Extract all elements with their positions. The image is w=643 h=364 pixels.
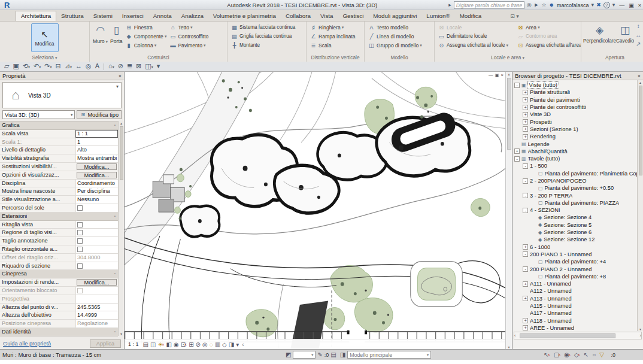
filter-icon[interactable]: ▽ <box>599 350 604 359</box>
user-name[interactable]: marcofalasca <box>557 2 589 8</box>
property-value[interactable] <box>75 245 118 253</box>
tree-item[interactable]: ▥ Tavole (tutto) <box>512 155 643 162</box>
tree-expander-icon[interactable] <box>523 208 528 213</box>
property-row[interactable]: Offset del ritaglio oriz... 304.8000 <box>0 254 118 262</box>
tree-item[interactable]: Sezioni (Sezione 1) <box>512 126 643 133</box>
modifica-button[interactable]: ↖ Modifica <box>31 23 59 52</box>
property-row[interactable]: Altezza del punto di v... 245.5365 <box>0 304 118 312</box>
tree-expander-icon[interactable] <box>523 126 528 132</box>
tree-item[interactable]: Piante dei pavimenti <box>512 96 643 104</box>
scroll-down-icon[interactable]: ▾ <box>639 327 641 331</box>
tree-item-label[interactable]: A115 - Unnamed <box>530 303 572 309</box>
property-row[interactable]: Regione di taglio visi... <box>0 229 118 237</box>
search-expander-icon[interactable]: ▸ <box>448 1 451 10</box>
browser-vertical-scrollbar[interactable]: ▴ ▾ <box>637 80 643 331</box>
shadows-icon[interactable]: ◧ <box>166 340 171 349</box>
linea-modello-button[interactable]: ╱Linea di modello <box>368 32 422 41</box>
tree-item[interactable]: 2 - 200PIANOIPOGEO <box>512 177 643 184</box>
apertura-inclinata-button[interactable]: ↗ <box>635 41 641 50</box>
muro-button[interactable]: ◠ Muro <box>93 23 108 44</box>
tree-item[interactable]: 200 PIANO 2 - Unnamed <box>512 265 643 272</box>
view-options-icon[interactable]: ▾ <box>236 340 239 349</box>
tree-item-label[interactable]: Abachi/Quantità <box>528 148 568 154</box>
tree-item-label[interactable]: A113 - Unnamed <box>530 296 572 302</box>
scroll-left-icon[interactable]: ‹ <box>514 333 516 338</box>
help-icon[interactable]: ? <box>603 2 610 8</box>
tree-item-label[interactable]: 2 - 200PIANOIPOGEO <box>530 178 587 184</box>
scroll-thumb[interactable] <box>507 78 511 150</box>
tree-item[interactable]: Rendering <box>512 133 643 140</box>
tree-item-label[interactable]: Pianta del pavimento: +0.50 <box>545 185 614 191</box>
render-dialog-icon[interactable]: ◉ <box>174 340 179 349</box>
tree-item-label[interactable]: Pianta del pavimento: Planimetria Cop <box>545 171 639 177</box>
finestra-button[interactable]: ⊞Finestra <box>125 23 167 32</box>
active-workset-select[interactable]: ▾ <box>293 351 316 359</box>
tree-item-label[interactable]: Sezione: Sezione 4 <box>544 214 592 220</box>
property-value[interactable]: Modifica... <box>77 163 117 170</box>
apply-button[interactable]: Applica <box>90 339 121 348</box>
cavedio-button[interactable]: ◫ Cavedio <box>616 23 634 44</box>
tree-item-label[interactable]: Sezioni (Sezione 1) <box>530 126 578 132</box>
property-row[interactable]: Estensioni <box>0 213 118 221</box>
switch-windows-icon[interactable]: ◫▾ <box>145 62 153 72</box>
measure-icon[interactable]: ⊿▾ <box>65 62 72 72</box>
tree-item[interactable]: Piante dei controsoffitti <box>512 104 643 111</box>
scroll-down-icon[interactable]: ▾ <box>120 332 122 336</box>
montante-button[interactable]: ╋Montante <box>230 41 295 50</box>
tree-item-label[interactable]: 200 PIANO 2 - Unnamed <box>530 266 592 272</box>
scroll-thumb[interactable] <box>639 86 642 175</box>
default-3d-view-icon[interactable]: ⌂▾ <box>108 62 114 72</box>
tree-expander-icon[interactable] <box>523 325 528 330</box>
property-row[interactable]: Percorso del sole <box>0 204 118 213</box>
redo-icon[interactable]: ↷▾ <box>44 62 51 72</box>
ribbon-tab[interactable]: Modifica <box>455 11 486 21</box>
open-icon[interactable]: ▱ <box>4 62 9 72</box>
tree-item[interactable]: Viste 3D <box>512 111 643 118</box>
tree-item-label[interactable]: Legende <box>528 141 550 147</box>
testo-modello-button[interactable]: ATesto modello <box>368 23 422 32</box>
vcb-collapse-icon[interactable]: ‹ <box>242 341 244 348</box>
tetto-button[interactable]: ⌂Tetto <box>169 23 208 32</box>
displace-elements-icon[interactable]: ◇ <box>222 340 227 349</box>
tree-item[interactable]: A115 - Unnamed <box>512 302 643 310</box>
project-browser-close-icon[interactable]: × <box>638 73 641 79</box>
scroll-thumb[interactable] <box>120 126 123 180</box>
view-minimize-icon[interactable]: — <box>489 72 493 78</box>
tree-item-label[interactable]: Sezione: Sezione 12 <box>544 236 595 242</box>
property-value[interactable] <box>75 237 118 245</box>
property-row[interactable]: Prospettiva <box>0 295 118 304</box>
undo-icon[interactable]: ↶▾ <box>34 62 41 72</box>
gruppo-modello-button[interactable]: ◫Gruppo di modello <box>368 41 422 50</box>
property-row[interactable]: Altezza dell'obiettivo 14.4999 <box>0 311 118 320</box>
modifica-tipo-button[interactable]: ⊞ Modifica tipo <box>77 110 122 119</box>
delimitatore-locale-button[interactable]: ▭Delimitatore locale <box>438 32 514 41</box>
property-row[interactable]: Livello di dettaglio Alto <box>0 146 118 154</box>
tree-item-label[interactable]: 4 - SEZIONI <box>530 207 560 213</box>
property-row[interactable]: Taglio annotazione <box>0 237 118 245</box>
tree-item[interactable]: 1 - 500 <box>512 162 643 169</box>
temporary-view-properties-icon[interactable]: ▥ <box>215 340 220 349</box>
property-row[interactable]: Posizione cinepresa Regolazione <box>0 320 118 328</box>
distribuzione-panel-label[interactable]: Distribuzione verticale <box>307 54 364 62</box>
tree-item[interactable]: 6 - 1000 <box>512 244 643 251</box>
rampa-inclinata-button[interactable]: ∠Rampa inclinata <box>310 32 356 41</box>
type-selector-caret-icon[interactable]: ▾ <box>116 84 119 89</box>
ribbon-display-toggle[interactable]: ⊡ ▾ <box>510 13 519 21</box>
aligned-dimension-icon[interactable]: ↔ <box>75 62 82 72</box>
help-search-input[interactable] <box>454 1 524 9</box>
property-value[interactable]: Alto <box>75 146 118 154</box>
tree-expander-icon[interactable] <box>523 112 528 117</box>
property-value[interactable]: Regolazione <box>75 320 118 327</box>
ribbon-tab[interactable]: Lumion® <box>421 11 454 21</box>
text-icon[interactable]: A <box>95 62 99 72</box>
property-value[interactable]: Coordinamento <box>75 180 118 187</box>
property-row[interactable]: Scala 1: 1 <box>0 138 118 147</box>
browser-horizontal-scrollbar[interactable]: ‹ › <box>514 332 642 339</box>
apertura-panel-label[interactable]: Apertura <box>581 54 643 62</box>
properties-close-icon[interactable]: × <box>119 73 122 79</box>
lock-3d-view-icon[interactable]: ⊘ <box>196 340 201 349</box>
ribbon-tab[interactable]: Inserisci <box>117 11 148 21</box>
view-close-icon[interactable]: × <box>501 72 504 78</box>
site-plan-3d-view[interactable] <box>125 72 505 349</box>
property-row[interactable]: Mostra linee nascoste Per disciplina <box>0 187 118 196</box>
